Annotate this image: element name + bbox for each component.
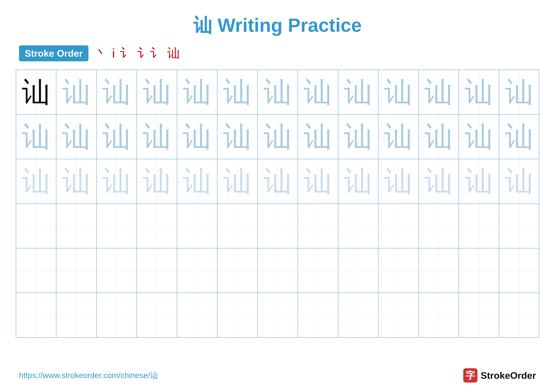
grid-cell[interactable]: [177, 249, 217, 293]
grid-cell[interactable]: [499, 293, 539, 337]
grid-row-2: 讪 讪 讪 讪 讪 讪 讪 讪 讪 讪 讪 讪 讪: [16, 115, 539, 159]
grid-row-4: [16, 204, 539, 249]
grid-cell[interactable]: [459, 293, 499, 337]
grid-cell[interactable]: 讪: [56, 159, 96, 204]
grid-cell[interactable]: 讪: [379, 159, 419, 204]
grid-cell[interactable]: [499, 249, 539, 293]
grid-cell[interactable]: 讪: [56, 70, 96, 114]
practice-grid: 讪 讪 讪 讪 讪 讪 讪 讪 讪 讪 讪 讪 讪 讪 讪 讪 讪 讪 讪 讪 …: [16, 70, 539, 338]
grid-cell[interactable]: [56, 293, 96, 337]
grid-cell[interactable]: [298, 293, 338, 337]
grid-cell[interactable]: 讪: [298, 70, 338, 114]
grid-cell[interactable]: 讪: [16, 70, 56, 114]
grid-cell[interactable]: 讪: [499, 70, 539, 114]
grid-cell[interactable]: [419, 293, 459, 337]
grid-cell[interactable]: [298, 249, 338, 293]
grid-cell[interactable]: [56, 204, 96, 248]
grid-row-5: [16, 249, 539, 293]
grid-cell[interactable]: [97, 293, 137, 337]
grid-cell[interactable]: 讪: [97, 70, 137, 114]
grid-cell[interactable]: 讪: [298, 115, 338, 159]
grid-cell[interactable]: 讪: [258, 70, 298, 114]
grid-cell[interactable]: 讪: [379, 115, 419, 159]
grid-cell[interactable]: [217, 204, 258, 248]
grid-cell[interactable]: [137, 249, 177, 293]
stroke-order-section: Stroke Order 丶 i 讠 讠讠 讪: [0, 45, 555, 62]
grid-row-3: 讪 讪 讪 讪 讪 讪 讪 讪 讪 讪 讪 讪 讪: [16, 159, 539, 204]
grid-cell[interactable]: 讪: [137, 159, 177, 204]
grid-cell[interactable]: [258, 293, 298, 337]
grid-cell[interactable]: [419, 249, 459, 293]
character-dark: 讪: [22, 73, 50, 111]
grid-cell[interactable]: 讪: [258, 159, 298, 204]
stroke-2: i: [112, 46, 115, 61]
grid-cell[interactable]: [338, 249, 379, 293]
logo-icon: 字: [463, 368, 477, 383]
grid-cell[interactable]: 讪: [217, 115, 258, 159]
grid-cell[interactable]: [379, 293, 419, 337]
grid-cell[interactable]: 讪: [499, 159, 539, 204]
grid-cell[interactable]: 讪: [298, 159, 338, 204]
grid-cell[interactable]: [298, 204, 338, 248]
stroke-sequence: 丶 i 讠 讠讠 讪: [95, 45, 180, 62]
grid-cell[interactable]: 讪: [419, 115, 459, 159]
grid-cell[interactable]: 讪: [56, 115, 96, 159]
grid-cell[interactable]: [16, 204, 56, 248]
grid-cell[interactable]: [338, 293, 379, 337]
grid-cell[interactable]: [419, 204, 459, 248]
footer-url[interactable]: https://www.strokeorder.com/chinese/讪: [19, 370, 158, 381]
grid-cell[interactable]: 讪: [459, 115, 499, 159]
grid-cell[interactable]: [177, 293, 217, 337]
grid-cell[interactable]: [137, 293, 177, 337]
stroke-order-badge: Stroke Order: [19, 45, 88, 61]
grid-cell[interactable]: 讪: [419, 159, 459, 204]
grid-cell[interactable]: [16, 293, 56, 337]
footer: https://www.strokeorder.com/chinese/讪 字 …: [0, 368, 555, 383]
stroke-5: 讪: [167, 45, 180, 62]
stroke-3: 讠: [120, 45, 132, 62]
grid-cell[interactable]: 讪: [177, 70, 217, 114]
grid-cell[interactable]: [258, 249, 298, 293]
grid-cell[interactable]: 讪: [459, 159, 499, 204]
grid-cell[interactable]: 讪: [97, 115, 137, 159]
grid-cell[interactable]: 讪: [499, 115, 539, 159]
grid-cell[interactable]: [459, 204, 499, 248]
grid-cell[interactable]: 讪: [177, 115, 217, 159]
grid-cell[interactable]: 讪: [16, 115, 56, 159]
grid-cell[interactable]: [97, 204, 137, 248]
grid-row-6: [16, 293, 539, 337]
footer-logo: 字 StrokeOrder: [463, 368, 536, 383]
grid-cell[interactable]: 讪: [338, 159, 379, 204]
grid-cell[interactable]: [137, 204, 177, 248]
grid-cell[interactable]: [379, 204, 419, 248]
grid-cell[interactable]: 讪: [137, 70, 177, 114]
grid-cell[interactable]: 讪: [137, 115, 177, 159]
grid-cell[interactable]: [177, 204, 217, 248]
logo-text: StrokeOrder: [481, 370, 536, 381]
grid-cell[interactable]: [499, 204, 539, 248]
grid-cell[interactable]: 讪: [97, 159, 137, 204]
grid-cell[interactable]: [217, 293, 258, 337]
grid-cell[interactable]: [16, 249, 56, 293]
grid-cell[interactable]: 讪: [379, 70, 419, 114]
grid-cell[interactable]: 讪: [459, 70, 499, 114]
grid-cell[interactable]: [56, 249, 96, 293]
grid-cell[interactable]: 讪: [258, 115, 298, 159]
grid-cell[interactable]: [338, 204, 379, 248]
grid-cell[interactable]: 讪: [338, 70, 379, 114]
grid-cell[interactable]: [217, 249, 258, 293]
stroke-1: 丶: [95, 45, 107, 62]
grid-cell[interactable]: 讪: [177, 159, 217, 204]
grid-cell[interactable]: 讪: [217, 159, 258, 204]
grid-cell[interactable]: [379, 249, 419, 293]
grid-cell[interactable]: [459, 249, 499, 293]
page-title: 讪 Writing Practice: [0, 0, 555, 45]
grid-cell[interactable]: [258, 204, 298, 248]
grid-row-1: 讪 讪 讪 讪 讪 讪 讪 讪 讪 讪 讪 讪 讪: [16, 70, 539, 115]
grid-cell[interactable]: [97, 249, 137, 293]
grid-cell[interactable]: 讪: [419, 70, 459, 114]
grid-cell[interactable]: 讪: [338, 115, 379, 159]
grid-cell[interactable]: 讪: [16, 159, 56, 204]
stroke-4: 讠讠: [137, 45, 162, 62]
grid-cell[interactable]: 讪: [217, 70, 258, 114]
